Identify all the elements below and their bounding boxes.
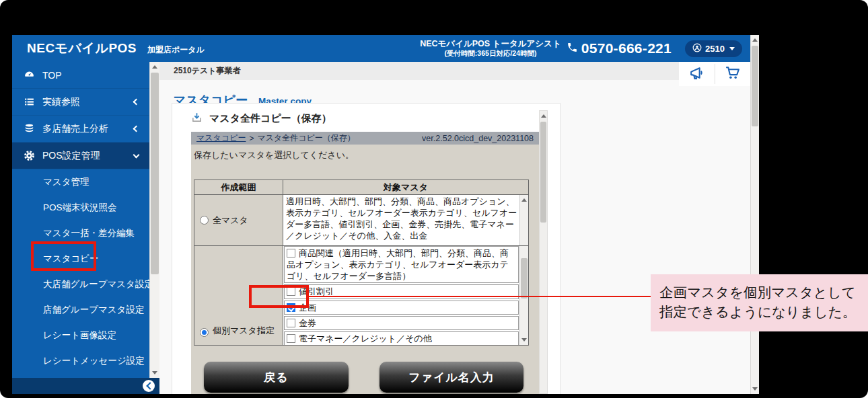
sidebar-collapse-button[interactable] <box>143 380 155 392</box>
panel-body: 保存したいマスタを選択してください。 作成範囲 対象マスタ 全マスタ <box>191 145 539 394</box>
scroll-down-arrow[interactable] <box>152 371 157 374</box>
sidebar-item-label: TOP <box>42 70 62 81</box>
list-icon <box>22 96 36 108</box>
table-row-all-masters: 全マスタ 適用日時、大部門、部門、分類、商品、商品オプション、表示カテゴリ、セル… <box>194 195 528 246</box>
scroll-down-arrow[interactable] <box>521 338 527 342</box>
subitem-label: レシート画像設定 <box>43 329 116 342</box>
sidebar-subitem-pos-terminal-status[interactable]: POS端末状況照会 <box>12 195 149 221</box>
checkbox-item-emoney[interactable]: 電子マネー／クレジット／その他 <box>284 331 519 345</box>
app-screenshot: NECモバイルPOS 加盟店ポータル NECモバイルPOS トータルアシスト (… <box>12 35 759 394</box>
user-id: 2510 <box>705 44 725 54</box>
scroll-up-arrow[interactable] <box>752 38 758 42</box>
checkbox-unchecked[interactable] <box>287 319 295 327</box>
subitem-label: マスタ一括・差分編集 <box>43 227 135 239</box>
callout-line1: 企画マスタを個別マスタとして <box>659 282 864 302</box>
sidebar-footer <box>12 378 159 394</box>
checkbox-label: 金券 <box>299 318 316 328</box>
sidebar-item-top[interactable]: TOP <box>12 62 149 89</box>
chevron-left-icon <box>133 99 140 106</box>
checkbox-item-product-related[interactable]: 商品関連（適用日時、大部門、部門、分類、商品、商品オプション、表示カテゴリ、セル… <box>284 246 519 283</box>
user-menu[interactable]: 2510 <box>685 40 742 57</box>
radio-label: 個別マスタ指定 <box>213 325 275 337</box>
panel-scrollbar[interactable] <box>539 110 548 394</box>
dashboard-icon <box>22 69 36 81</box>
quick-icons <box>679 62 750 86</box>
sidebar-item-label: POS設定管理 <box>42 150 100 162</box>
annotation-connector-line <box>309 296 651 297</box>
brand-logo: NECモバイルPOS <box>27 40 137 57</box>
button-row: 戻る ファイル名入力 <box>191 362 539 393</box>
portal-label: 加盟店ポータル <box>147 44 205 56</box>
sidebar-subitem-large-store-group-master[interactable]: 大店舗グループマスタ設定 <box>12 272 149 297</box>
cell-scrollbar[interactable] <box>519 195 528 245</box>
callout-line2: 指定できるようになりました。 <box>659 302 864 321</box>
user-icon <box>692 43 702 54</box>
sidebar-subitem-store-group-master[interactable]: 店舗グループマスタ設定 <box>12 297 149 323</box>
breadcrumb-current: マスタ全件コピー（保存） <box>257 132 355 144</box>
support-info: NECモバイルPOS トータルアシスト (受付時間:365日対応/24時間) <box>420 39 561 58</box>
radio-individual-masters[interactable] <box>200 328 209 337</box>
checkbox-label: 商品関連（適用日時、大部門、部門、分類、商品、商品オプション、表示カテゴリ、セル… <box>287 248 509 281</box>
sidebar: TOP 実績参照 多店 <box>12 62 149 378</box>
checkbox-item-voucher[interactable]: 金券 <box>284 316 519 330</box>
app-header: NECモバイルPOS 加盟店ポータル NECモバイルPOS トータルアシスト (… <box>12 35 750 62</box>
annotation-callout: 企画マスタを個別マスタとして 指定できるようになりました。 <box>651 274 868 331</box>
filename-input-button[interactable]: ファイル名入力 <box>379 362 523 393</box>
scroll-up-arrow[interactable] <box>541 114 546 118</box>
col-header-target: 対象マスタ <box>283 180 528 194</box>
subitem-label: POS端末状況照会 <box>43 202 117 214</box>
chevron-down-icon <box>133 151 140 158</box>
radio-all-masters[interactable] <box>200 216 209 225</box>
megaphone-icon[interactable] <box>688 65 705 84</box>
gear-icon <box>22 150 36 161</box>
sidebar-subitem-master-management[interactable]: マスタ管理 <box>12 169 149 195</box>
sidebar-item-label: 多店舗売上分析 <box>42 123 108 135</box>
scroll-down-arrow[interactable] <box>752 387 758 391</box>
scroll-up-arrow[interactable] <box>152 65 157 69</box>
chevron-down-icon <box>729 47 735 50</box>
scrollbar-thumb[interactable] <box>521 258 528 298</box>
breadcrumb-link[interactable]: マスタコピー <box>196 132 246 144</box>
checkbox-label: 電子マネー／クレジット／その他 <box>299 333 432 344</box>
master-copy-card: マスタ全件コピー（保存） マスタコピー > マスタ全件コピー（保存） ver.2… <box>172 103 560 394</box>
instruction-text: 保存したいマスタを選択してください。 <box>194 149 354 161</box>
cart-icon[interactable] <box>724 65 741 84</box>
sidebar-subitem-receipt-image[interactable]: レシート画像設定 <box>12 323 149 348</box>
sidebar-item-label: 実績参照 <box>42 96 80 108</box>
sidebar-subitem-receipt-message[interactable]: レシートメッセージ設定 <box>12 348 149 374</box>
master-select-table: 作成範囲 対象マスタ 全マスタ 適用日時、大部門、部門、分類、商品、商品オプショ… <box>194 180 529 346</box>
phone-icon <box>567 42 578 56</box>
radio-label: 全マスタ <box>213 214 248 227</box>
sidebar-item-pos-settings[interactable]: POS設定管理 <box>12 143 149 169</box>
business-name-bar: 2510テスト事業者 <box>159 62 679 80</box>
scrollbar-thumb[interactable] <box>151 73 159 274</box>
sidebar-item-results[interactable]: 実績参照 <box>12 89 149 116</box>
checkbox-unchecked[interactable] <box>287 249 295 257</box>
all-masters-text: 適用日時、大部門、部門、分類、商品、商品オプション、表示カテゴリ、セルフオーダー… <box>286 196 517 242</box>
icon-divider <box>715 64 715 84</box>
page-scrollbar[interactable] <box>750 35 759 394</box>
back-button[interactable]: 戻る <box>204 362 349 393</box>
business-name: 2510テスト事業者 <box>174 65 241 77</box>
sidebar-item-multistore-analysis[interactable]: 多店舗売上分析 <box>12 116 149 143</box>
scrollbar-thumb[interactable] <box>752 46 758 126</box>
subitem-label: マスタ管理 <box>43 176 89 188</box>
panel-header: マスタ全件コピー（保存） <box>191 112 332 126</box>
support-title: NECモバイルPOS トータルアシスト <box>420 39 561 49</box>
table-header-row: 作成範囲 対象マスタ <box>194 180 528 195</box>
scroll-up-arrow[interactable] <box>521 198 527 202</box>
sidebar-scrollbar[interactable] <box>149 62 159 378</box>
scrollbar-thumb[interactable] <box>540 122 546 223</box>
download-icon <box>191 112 203 126</box>
checkbox-unchecked[interactable] <box>287 334 295 343</box>
annotation-box-campaign-checkbox <box>249 285 309 308</box>
subitem-label: レシートメッセージ設定 <box>43 355 145 367</box>
version-label: ver.2.52.0cicd_dev_20231108 <box>422 134 534 143</box>
support-phone: 0570-666-221 <box>567 40 672 56</box>
support-hours: (受付時間:365日対応/24時間) <box>420 49 561 58</box>
subitem-label: 大店舗グループマスタ設定 <box>43 278 153 290</box>
subitem-label: 店舗グループマスタ設定 <box>43 304 144 316</box>
col-header-scope: 作成範囲 <box>194 180 283 194</box>
checkbox-item-campaign[interactable]: 企画 <box>284 301 519 315</box>
main-content: 2510テスト事業者 マスタコピー Master copy <box>159 62 750 394</box>
